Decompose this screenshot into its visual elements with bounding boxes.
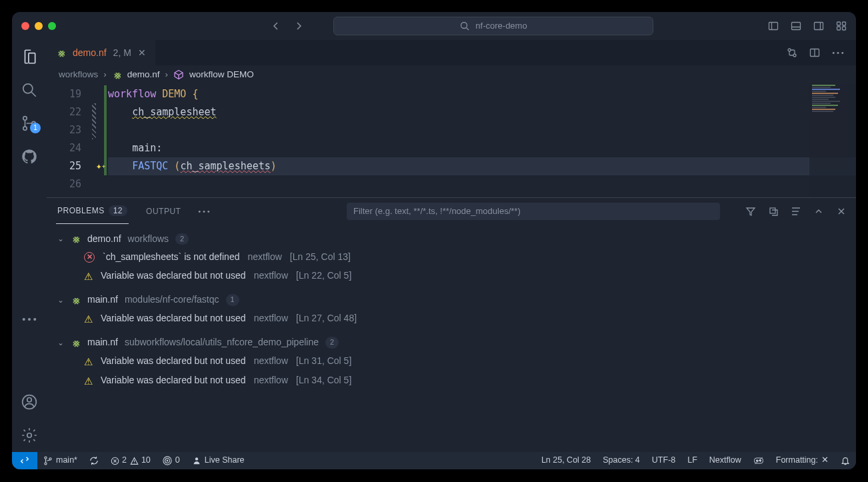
source-control-icon[interactable]: 1	[21, 115, 38, 132]
split-editor-icon[interactable]	[809, 47, 820, 58]
explorer-icon[interactable]	[21, 48, 38, 65]
panel-right-icon[interactable]	[813, 21, 824, 31]
svg-point-29	[45, 463, 47, 465]
panel-left-icon[interactable]	[768, 21, 779, 31]
problem-file: main.nf	[87, 293, 118, 307]
problem-group-header[interactable]: ⌄⨳main.nfmodules/nf-core/fastqc1	[52, 291, 851, 309]
panel-tabs: PROBLEMS12 OUTPUT Filter (e.g. text, **/…	[47, 198, 856, 225]
problem-item[interactable]: ✕`ch_samplesheets` is not definednextflo…	[52, 248, 851, 267]
nav-arrows	[271, 21, 304, 31]
problem-location: [Ln 34, Col 5]	[296, 374, 351, 387]
maximize-window-button[interactable]	[48, 22, 56, 30]
command-center[interactable]: nf-core-demo	[333, 17, 653, 35]
customize-layout-icon[interactable]	[836, 21, 847, 31]
tab-modified-indicator: 2, M	[113, 47, 131, 60]
tab-problems[interactable]: PROBLEMS12	[56, 199, 129, 224]
status-ports[interactable]: 0	[157, 452, 186, 469]
compare-changes-icon[interactable]	[787, 47, 797, 58]
back-icon[interactable]	[271, 21, 281, 31]
status-liveshare[interactable]: Live Share	[186, 452, 251, 469]
status-bar: main* 2 10 0 Live Share Ln 25, Col 28 Sp…	[12, 452, 856, 469]
settings-gear-icon[interactable]	[21, 427, 38, 444]
command-center-text: nf-core-demo	[475, 20, 527, 32]
status-language[interactable]: Nextflow	[703, 452, 747, 469]
problem-path: workflows	[128, 233, 169, 246]
svg-rect-3	[815, 23, 823, 30]
more-activity-icon[interactable]	[22, 317, 37, 321]
problem-group-header[interactable]: ⌄⨳demo.nfworkflows2	[52, 230, 851, 248]
status-sync[interactable]	[83, 452, 105, 469]
problem-count-badge: 2	[175, 233, 189, 245]
breadcrumb-symbol: workflow DEMO	[189, 69, 254, 81]
breadcrumb[interactable]: workflows › ⨳ demo.nf › workflow DEMO	[47, 65, 856, 84]
status-branch[interactable]: main*	[37, 452, 83, 469]
problem-item[interactable]: ⚠Variable was declared but not usednextf…	[52, 371, 851, 391]
more-panel-tabs-icon[interactable]	[198, 210, 210, 213]
code-editor[interactable]: 19 22 23 24 25 26 ✦+ workflow DEMO { ch_	[47, 84, 856, 197]
status-cursor[interactable]: Ln 25, Col 28	[535, 452, 597, 469]
svg-point-0	[461, 23, 467, 29]
search-activity-icon[interactable]	[21, 81, 38, 99]
problem-source: nextflow	[254, 269, 288, 283]
tab-close-icon[interactable]: ✕	[138, 47, 146, 60]
svg-rect-2	[792, 23, 801, 30]
activity-bar: 1	[12, 40, 47, 452]
svg-point-8	[23, 84, 33, 93]
filter-icon[interactable]	[745, 206, 756, 217]
search-icon	[459, 21, 470, 31]
problems-filter-input[interactable]: Filter (e.g. text, **/*.ts, !**/node_mod…	[347, 203, 720, 220]
svg-rect-7	[843, 27, 846, 30]
svg-point-9	[23, 117, 27, 120]
svg-point-16	[27, 398, 32, 403]
svg-point-23	[841, 52, 843, 54]
warning-icon: ⚠	[84, 269, 93, 283]
problem-source: nextflow	[254, 355, 288, 368]
problem-item[interactable]: ⚠Variable was declared but not usednextf…	[52, 267, 851, 286]
code-content[interactable]: workflow DEMO { ch_samplesheet main: FAS…	[108, 84, 856, 197]
minimap[interactable]	[809, 84, 856, 197]
problem-item[interactable]: ⚠Variable was declared but not usednextf…	[52, 309, 851, 329]
close-window-button[interactable]	[21, 22, 29, 30]
status-formatting[interactable]: Formatting: ✕	[770, 452, 835, 469]
problem-location: [Ln 31, Col 5]	[296, 355, 351, 368]
chevron-up-icon[interactable]	[813, 206, 824, 217]
tab-output[interactable]: OUTPUT	[145, 199, 182, 224]
account-icon[interactable]	[21, 393, 38, 411]
warning-icon: ⚠	[84, 355, 93, 369]
problems-list[interactable]: ⌄⨳demo.nfworkflows2✕`ch_samplesheets` is…	[47, 225, 856, 452]
warning-icon: ⚠	[84, 312, 93, 326]
tab-demo-nf[interactable]: ⨳ demo.nf 2, M ✕	[47, 40, 155, 65]
svg-point-34	[163, 457, 171, 465]
remote-indicator[interactable]	[12, 452, 37, 469]
layout-controls	[768, 21, 847, 31]
status-eol[interactable]: LF	[681, 452, 703, 469]
problem-source: nextflow	[254, 374, 288, 387]
status-encoding[interactable]: UTF-8	[646, 452, 681, 469]
panel-bottom-icon[interactable]	[791, 21, 801, 31]
problem-path: subworkflows/local/utils_nfcore_demo_pip…	[125, 336, 319, 349]
problem-item[interactable]: ⚠Variable was declared but not usednextf…	[52, 352, 851, 371]
more-tab-actions-icon[interactable]	[832, 51, 844, 55]
svg-point-19	[793, 54, 796, 57]
status-indent[interactable]: Spaces: 4	[597, 452, 646, 469]
github-icon[interactable]	[21, 148, 38, 165]
status-notifications[interactable]	[835, 452, 856, 469]
forward-icon[interactable]	[293, 21, 304, 31]
problem-message: Variable was declared but not used	[101, 374, 246, 387]
minimize-window-button[interactable]	[35, 22, 43, 30]
problem-location: [Ln 27, Col 48]	[296, 312, 357, 325]
view-as-list-icon[interactable]	[791, 206, 801, 217]
close-panel-icon[interactable]	[836, 206, 847, 217]
chevron-down-icon: ⌄	[57, 233, 64, 245]
sparkle-icon[interactable]: ✦+	[93, 157, 108, 175]
warning-icon: ⚠	[84, 374, 93, 388]
status-copilot[interactable]	[747, 452, 770, 469]
problem-group-header[interactable]: ⌄⨳main.nfsubworkflows/local/utils_nfcore…	[52, 334, 851, 352]
problem-group: ⌄⨳demo.nfworkflows2✕`ch_samplesheets` is…	[52, 227, 851, 289]
svg-point-22	[837, 52, 839, 54]
nextflow-file-icon: ⨳	[71, 336, 81, 350]
svg-rect-27	[770, 208, 775, 213]
svg-point-13	[28, 318, 31, 321]
status-errors-warnings[interactable]: 2 10	[105, 452, 157, 469]
collapse-all-icon[interactable]	[768, 206, 779, 217]
